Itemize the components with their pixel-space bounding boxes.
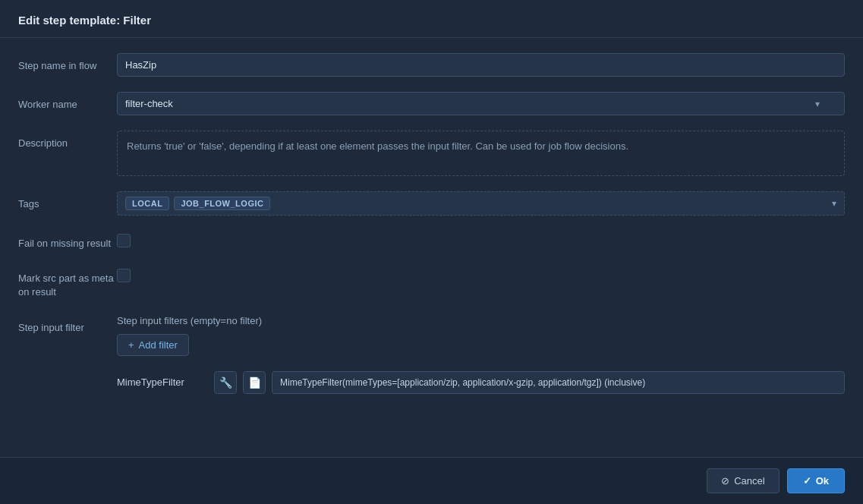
worker-name-row: Worker name filter-check ▾ <box>18 92 845 115</box>
dialog-body: Step name in flow Worker name filter-che… <box>0 38 863 457</box>
ok-button[interactable]: ✓ Ok <box>787 468 845 493</box>
ok-label: Ok <box>816 475 829 487</box>
filter-wrench-button[interactable]: 🔧 <box>214 371 237 394</box>
edit-step-dialog: Edit step template: Filter Step name in … <box>0 0 863 504</box>
tags-select[interactable]: LOCAL JOB_FLOW_LOGIC ▾ <box>117 191 845 216</box>
filter-item-name: MimeTypeFilter <box>117 376 208 388</box>
worker-name-value: filter-check <box>125 98 173 109</box>
filter-section-label: Step input filters (empty=no filter) <box>117 315 845 326</box>
cancel-button[interactable]: ⊘ Cancel <box>707 468 779 493</box>
description-label: Description <box>18 131 117 150</box>
mark-src-control <box>117 269 845 282</box>
dialog-title: Edit step template: Filter <box>0 0 863 38</box>
check-icon: ✓ <box>803 475 811 487</box>
doc-icon: 📄 <box>248 376 261 389</box>
add-filter-button[interactable]: + Add filter <box>117 334 189 356</box>
step-input-filter-label: Step input filter <box>18 315 117 335</box>
tags-chevron-icon: ▾ <box>832 198 836 209</box>
fail-on-missing-control <box>117 234 845 247</box>
step-name-row: Step name in flow <box>18 53 845 77</box>
worker-name-select-wrapper: filter-check ▾ <box>117 92 845 115</box>
worker-name-label: Worker name <box>18 92 117 112</box>
tags-list: LOCAL JOB_FLOW_LOGIC <box>125 197 270 210</box>
fail-on-missing-row: Fail on missing result <box>18 231 845 250</box>
description-control: Returns 'true' or 'false', depending if … <box>117 131 845 176</box>
description-text: Returns 'true' or 'false', depending if … <box>117 131 845 176</box>
step-name-control <box>117 53 845 77</box>
filter-section: Step input filters (empty=no filter) + A… <box>117 315 845 394</box>
mark-src-row: Mark src part as meta on result <box>18 266 845 299</box>
tags-label: Tags <box>18 191 117 211</box>
worker-name-chevron-icon: ▾ <box>815 99 820 109</box>
mark-src-checkbox[interactable] <box>117 269 131 282</box>
worker-name-select[interactable]: filter-check ▾ <box>117 92 845 115</box>
tag-local: LOCAL <box>125 197 169 210</box>
fail-on-missing-checkbox[interactable] <box>117 234 131 247</box>
cancel-label: Cancel <box>734 475 764 487</box>
cancel-circle-icon: ⊘ <box>721 475 729 487</box>
step-name-input[interactable] <box>117 53 845 77</box>
tags-row: Tags LOCAL JOB_FLOW_LOGIC ▾ <box>18 191 845 216</box>
mark-src-label: Mark src part as meta on result <box>18 266 117 299</box>
filter-item: MimeTypeFilter 🔧 📄 MimeTypeFilter(mimeTy… <box>117 371 845 394</box>
tag-job-flow-logic: JOB_FLOW_LOGIC <box>174 197 270 210</box>
step-input-filter-row: Step input filter Step input filters (em… <box>18 315 845 394</box>
wrench-icon: 🔧 <box>219 376 232 389</box>
description-row: Description Returns 'true' or 'false', d… <box>18 131 845 176</box>
worker-name-control: filter-check ▾ <box>117 92 845 115</box>
add-filter-label: Add filter <box>139 339 178 351</box>
step-name-label: Step name in flow <box>18 53 117 73</box>
add-filter-plus-icon: + <box>128 339 134 351</box>
dialog-footer: ⊘ Cancel ✓ Ok <box>0 457 863 504</box>
fail-on-missing-label: Fail on missing result <box>18 231 117 250</box>
tags-control: LOCAL JOB_FLOW_LOGIC ▾ <box>117 191 845 216</box>
filter-item-value: MimeTypeFilter(mimeTypes=[application/zi… <box>272 371 845 394</box>
filter-doc-button[interactable]: 📄 <box>243 371 266 394</box>
